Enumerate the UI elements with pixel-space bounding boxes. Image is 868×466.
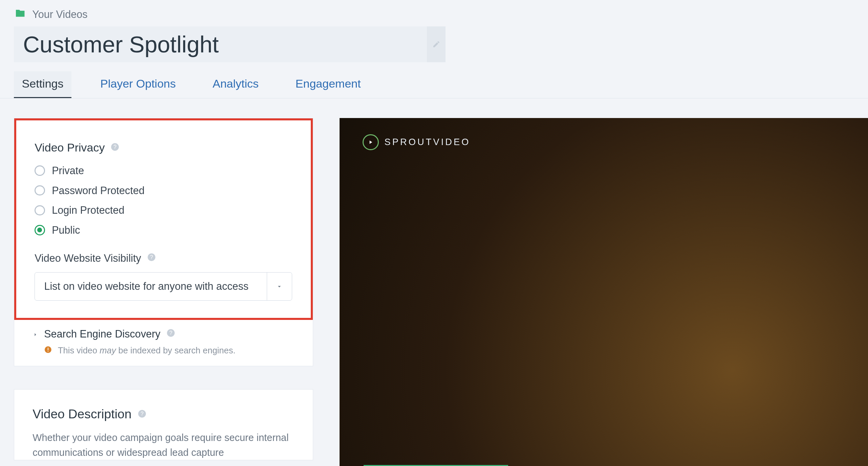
radio-label: Public — [52, 224, 80, 236]
seo-section: Search Engine Discovery ? This video may… — [14, 320, 313, 366]
visibility-title: Video Website Visibility ? — [35, 252, 292, 264]
help-icon[interactable]: ? — [137, 407, 147, 421]
privacy-option-login[interactable]: Login Protected — [35, 204, 292, 216]
tab-settings[interactable]: Settings — [14, 71, 71, 98]
breadcrumb: Your Videos — [0, 0, 868, 26]
visibility-value: List on video website for anyone with ac… — [35, 273, 266, 301]
video-preview[interactable]: SPROUTVIDEO CUSTOMER SPOTLIGHT VMG CINEM… — [340, 118, 868, 466]
brand-text: SPROUTVIDEO — [385, 137, 471, 147]
privacy-option-public[interactable]: Public — [35, 224, 292, 236]
warning-icon — [44, 346, 52, 356]
brand-logo: SPROUTVIDEO — [363, 134, 471, 150]
folder-icon — [14, 8, 26, 21]
preview-badge: CUSTOMER SPOTLIGHT — [364, 465, 508, 466]
privacy-card: Video Privacy ? Private Password Protect… — [14, 118, 313, 366]
seo-toggle[interactable]: Search Engine Discovery ? — [32, 328, 294, 340]
radio-label: Login Protected — [52, 204, 124, 216]
edit-title-button[interactable] — [427, 26, 445, 62]
visibility-select[interactable]: List on video website for anyone with ac… — [35, 272, 292, 301]
radio-label: Password Protected — [52, 185, 145, 196]
radio-icon — [35, 165, 45, 176]
svg-rect-9 — [48, 348, 48, 350]
svg-text:?: ? — [150, 254, 153, 260]
privacy-highlight: Video Privacy ? Private Password Protect… — [14, 118, 313, 320]
description-title: Video Description ? — [32, 407, 294, 421]
svg-text:?: ? — [169, 330, 172, 336]
description-body: Whether your video campaign goals requir… — [32, 430, 294, 460]
breadcrumb-label[interactable]: Your Videos — [32, 8, 87, 20]
page-title: Customer Spotlight — [14, 26, 427, 62]
play-icon — [363, 134, 379, 150]
help-icon[interactable]: ? — [166, 328, 175, 340]
radio-label: Private — [52, 165, 84, 177]
seo-title-label: Search Engine Discovery — [44, 328, 160, 340]
help-icon[interactable]: ? — [147, 252, 156, 264]
main-tabs: Settings Player Options Analytics Engage… — [0, 71, 868, 98]
tab-player-options[interactable]: Player Options — [92, 71, 184, 98]
privacy-option-private[interactable]: Private — [35, 165, 292, 177]
title-editor[interactable]: Customer Spotlight — [14, 26, 446, 62]
radio-icon — [35, 185, 45, 196]
tab-analytics[interactable]: Analytics — [204, 71, 267, 98]
privacy-option-password[interactable]: Password Protected — [35, 185, 292, 196]
help-icon[interactable]: ? — [110, 141, 120, 154]
tab-engagement[interactable]: Engagement — [287, 71, 369, 98]
privacy-title: Video Privacy ? — [35, 141, 292, 154]
svg-text:?: ? — [114, 144, 117, 150]
seo-warning: This video may be indexed by search engi… — [44, 346, 294, 356]
privacy-radio-group: Private Password Protected Login Protect… — [35, 165, 292, 236]
svg-rect-10 — [48, 351, 48, 352]
caret-down-icon — [267, 273, 292, 301]
radio-icon — [35, 225, 45, 235]
description-card: Video Description ? Whether your video c… — [14, 389, 313, 460]
radio-icon — [35, 205, 45, 216]
chevron-right-icon — [32, 328, 38, 340]
svg-text:?: ? — [140, 411, 144, 417]
